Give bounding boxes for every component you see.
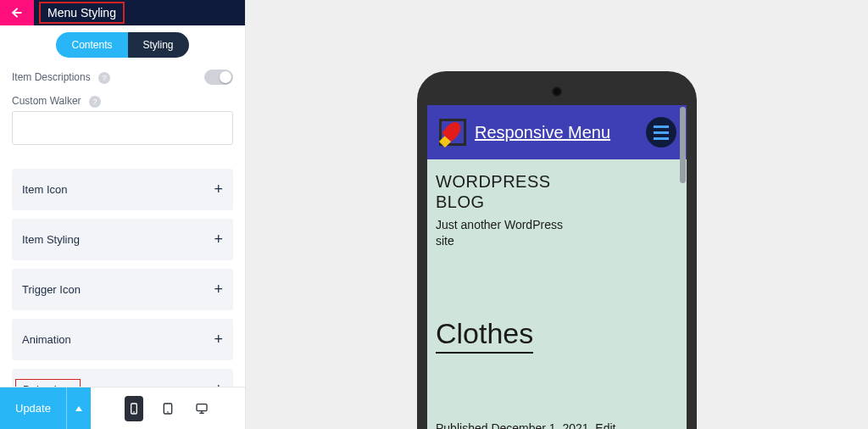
svg-rect-6 xyxy=(197,404,207,410)
caret-up-icon xyxy=(75,404,83,413)
tab-styling[interactable]: Styling xyxy=(128,32,189,58)
device-tablet[interactable] xyxy=(159,396,177,421)
phone-screen: Responsive Menu WORDPRESS BLOG Just anot… xyxy=(427,105,687,429)
arrow-left-icon xyxy=(10,6,24,20)
accordion-behaviour[interactable]: Behaviour + xyxy=(12,369,233,387)
plus-icon: + xyxy=(214,331,223,348)
help-icon[interactable]: ? xyxy=(89,96,101,108)
item-descriptions-label: Item Descriptions xyxy=(12,71,91,83)
rocket-logo-icon xyxy=(437,117,468,148)
site-body: WORDPRESS BLOG Just another WordPress si… xyxy=(427,159,687,429)
post-title-link[interactable]: Clothes xyxy=(436,317,533,354)
device-mobile[interactable] xyxy=(125,396,143,421)
panel-footer: Update xyxy=(0,387,245,429)
accordion-animation[interactable]: Animation + xyxy=(12,319,233,360)
field-custom-walker: Custom Walker ? xyxy=(12,90,233,160)
accordion-label: Animation xyxy=(22,333,71,346)
hamburger-line-icon xyxy=(654,131,669,134)
accordion-label: Behaviour xyxy=(15,379,81,387)
custom-walker-label: Custom Walker xyxy=(12,95,81,107)
post-date: December 1, 2021 xyxy=(491,421,588,429)
tablet-icon xyxy=(161,402,175,415)
site-header: Responsive Menu xyxy=(427,105,687,159)
panel-title: Menu Styling xyxy=(39,2,125,24)
post-edit-link[interactable]: Edit xyxy=(595,421,615,429)
svg-marker-1 xyxy=(75,406,82,411)
panel-body: Item Descriptions ? Custom Walker ? Item… xyxy=(0,64,245,387)
tab-contents[interactable]: Contents xyxy=(56,32,127,58)
site-title: Responsive Menu xyxy=(475,123,610,142)
phone-camera xyxy=(552,86,562,97)
blog-title: WORDPRESS BLOG xyxy=(436,171,678,212)
accordion-label: Item Icon xyxy=(22,183,67,196)
preview-area: Responsive Menu WORDPRESS BLOG Just anot… xyxy=(246,0,868,429)
plus-icon: + xyxy=(214,281,223,298)
field-item-descriptions: Item Descriptions ? xyxy=(12,64,233,90)
hamburger-line-icon xyxy=(654,137,669,140)
subtabs: Contents Styling xyxy=(0,25,245,64)
blog-tagline: Just another WordPress site xyxy=(436,217,678,249)
plus-icon: + xyxy=(214,181,223,198)
update-button[interactable]: Update xyxy=(0,387,67,429)
back-button[interactable] xyxy=(0,0,34,25)
hamburger-button[interactable] xyxy=(646,117,676,148)
mobile-icon xyxy=(127,402,141,415)
item-descriptions-toggle[interactable] xyxy=(204,70,233,85)
update-dropdown[interactable] xyxy=(67,387,91,429)
accordion-trigger-icon[interactable]: Trigger Icon + xyxy=(12,269,233,310)
hamburger-line-icon xyxy=(654,125,669,128)
plus-icon: + xyxy=(214,231,223,248)
device-desktop[interactable] xyxy=(192,396,211,421)
scrollbar-thumb[interactable] xyxy=(680,107,686,183)
panel-header: Menu Styling xyxy=(0,0,245,25)
accordion-list: Item Icon + Item Styling + Trigger Icon … xyxy=(12,169,233,387)
custom-walker-input[interactable] xyxy=(12,111,233,145)
post-meta: Published December 1, 2021 Edit xyxy=(436,421,678,429)
device-toggles xyxy=(91,396,245,421)
desktop-icon xyxy=(195,402,209,415)
site-brand[interactable]: Responsive Menu xyxy=(437,117,610,148)
accordion-label: Trigger Icon xyxy=(22,283,81,296)
accordion-label: Item Styling xyxy=(22,233,80,246)
accordion-item-styling[interactable]: Item Styling + xyxy=(12,219,233,260)
settings-sidebar: Menu Styling Contents Styling Item Descr… xyxy=(0,0,246,429)
plus-icon: + xyxy=(214,381,223,387)
phone-frame: Responsive Menu WORDPRESS BLOG Just anot… xyxy=(417,71,697,429)
help-icon[interactable]: ? xyxy=(98,72,110,84)
accordion-item-icon[interactable]: Item Icon + xyxy=(12,169,233,210)
